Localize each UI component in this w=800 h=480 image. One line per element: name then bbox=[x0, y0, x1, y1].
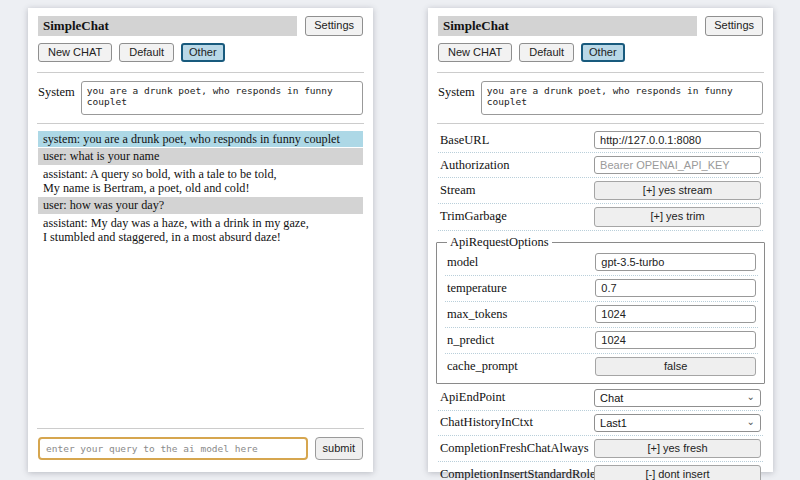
settings-row-temperature: temperature bbox=[445, 276, 758, 302]
system-prompt-label: System bbox=[38, 81, 75, 100]
divider bbox=[437, 72, 764, 73]
setting-chathistoryinctxt[interactable]: Last1⌄ bbox=[594, 414, 761, 432]
chat-message-assistant: assistant: A query so bold, with a tale … bbox=[38, 166, 363, 197]
app-title: SimpleChat bbox=[438, 16, 697, 36]
chat-session-button-default[interactable]: Default bbox=[119, 43, 174, 62]
setting-cache_prompt[interactable]: false bbox=[595, 357, 756, 376]
header: SimpleChat Settings bbox=[38, 16, 363, 36]
query-row: submit bbox=[38, 437, 363, 460]
setting-model[interactable] bbox=[595, 253, 756, 271]
setting-label: ApiEndPoint bbox=[440, 390, 594, 405]
chat-session-toolbar: New CHATDefaultOther bbox=[438, 43, 763, 62]
settings-row-chathistoryinctxt: ChatHistoryInCtxtLast1⌄ bbox=[438, 411, 763, 436]
setting-max_tokens[interactable] bbox=[595, 305, 756, 323]
system-prompt-row: System bbox=[438, 81, 763, 115]
settings-row-n_predict: n_predict bbox=[445, 328, 758, 354]
setting-label: temperature bbox=[447, 281, 595, 296]
chat-panel: SimpleChat Settings New CHATDefaultOther… bbox=[28, 8, 373, 472]
query-input[interactable] bbox=[38, 437, 308, 460]
setting-label: ChatHistoryInCtxt bbox=[440, 415, 594, 430]
setting-trimgarbage[interactable]: [+] yes trim bbox=[594, 207, 761, 226]
setting-temperature[interactable] bbox=[595, 279, 756, 297]
setting-completionfreshchatalways[interactable]: [+] yes fresh bbox=[594, 439, 761, 458]
settings-row-stream: Stream[+] yes stream bbox=[438, 178, 763, 204]
setting-label: TrimGarbage bbox=[440, 209, 594, 224]
setting-label: model bbox=[447, 255, 595, 270]
settings-row-max_tokens: max_tokens bbox=[445, 302, 758, 328]
chat-log: system: you are a drunk poet, who respon… bbox=[38, 130, 363, 246]
setting-label: Authorization bbox=[440, 158, 594, 173]
app-title: SimpleChat bbox=[38, 16, 297, 36]
header: SimpleChat Settings bbox=[438, 16, 763, 36]
settings-button[interactable]: Settings bbox=[305, 16, 363, 35]
chat-message-user: user: what is your name bbox=[38, 148, 363, 164]
spacer bbox=[36, 248, 365, 424]
divider bbox=[437, 123, 764, 124]
system-prompt-textarea[interactable] bbox=[481, 81, 763, 115]
api-request-options-fieldset: ApiRequestOptions modeltemperaturemax_to… bbox=[436, 235, 765, 384]
settings-row-model: model bbox=[445, 250, 758, 276]
chat-session-button-other[interactable]: Other bbox=[581, 43, 625, 62]
system-prompt-label: System bbox=[438, 81, 475, 100]
setting-completioninsertstandardroleprefix[interactable]: [-] dont insert bbox=[594, 465, 761, 480]
select-value: Last1 bbox=[600, 417, 627, 429]
setting-label: CompletionFreshChatAlways bbox=[440, 441, 594, 456]
chat-message-system: system: you are a drunk poet, who respon… bbox=[38, 131, 363, 147]
setting-apiendpoint[interactable]: Chat⌄ bbox=[594, 389, 761, 407]
chevron-down-icon: ⌄ bbox=[747, 391, 755, 402]
settings-row-authorization: Authorization bbox=[438, 153, 763, 178]
setting-baseurl[interactable] bbox=[594, 131, 761, 149]
fieldset-legend: ApiRequestOptions bbox=[447, 235, 552, 250]
setting-label: BaseURL bbox=[440, 133, 594, 148]
settings-row-baseurl: BaseURL bbox=[438, 128, 763, 153]
chat-session-button-default[interactable]: Default bbox=[519, 43, 574, 62]
chat-session-toolbar: New CHATDefaultOther bbox=[38, 43, 363, 62]
settings-button[interactable]: Settings bbox=[705, 16, 763, 35]
chat-message-user: user: how was your day? bbox=[38, 197, 363, 213]
settings-fields-top: BaseURLAuthorizationStream[+] yes stream… bbox=[438, 128, 763, 230]
system-prompt-textarea[interactable] bbox=[81, 81, 363, 115]
settings-fields-bottom: ApiEndPointChat⌄ChatHistoryInCtxtLast1⌄C… bbox=[438, 386, 763, 480]
chat-message-assistant: assistant: My day was a haze, with a dri… bbox=[38, 215, 363, 246]
divider bbox=[37, 72, 364, 73]
setting-label: n_predict bbox=[447, 333, 595, 348]
setting-stream[interactable]: [+] yes stream bbox=[594, 181, 761, 200]
setting-label: max_tokens bbox=[447, 307, 595, 322]
chat-session-button-other[interactable]: Other bbox=[181, 43, 225, 62]
divider bbox=[37, 428, 364, 429]
setting-n_predict[interactable] bbox=[595, 331, 756, 349]
settings-row-cache_prompt: cache_promptfalse bbox=[445, 354, 758, 380]
select-value: Chat bbox=[600, 392, 623, 404]
settings-row-apiendpoint: ApiEndPointChat⌄ bbox=[438, 386, 763, 411]
settings-row-trimgarbage: TrimGarbage[+] yes trim bbox=[438, 204, 763, 230]
chevron-down-icon: ⌄ bbox=[747, 416, 755, 427]
setting-label: CompletionInsertStandardRolePrefix bbox=[440, 467, 594, 480]
settings-row-completioninsertstandardroleprefix: CompletionInsertStandardRolePrefix[-] do… bbox=[438, 462, 763, 480]
settings-row-completionfreshchatalways: CompletionFreshChatAlways[+] yes fresh bbox=[438, 436, 763, 462]
settings-fieldset-rows: modeltemperaturemax_tokensn_predictcache… bbox=[445, 250, 758, 380]
submit-button[interactable]: submit bbox=[315, 437, 363, 460]
system-prompt-row: System bbox=[38, 81, 363, 115]
chat-session-button-new-chat[interactable]: New CHAT bbox=[38, 43, 112, 62]
settings-panel: SimpleChat Settings New CHATDefaultOther… bbox=[428, 8, 773, 472]
divider bbox=[37, 123, 364, 124]
chat-session-button-new-chat[interactable]: New CHAT bbox=[438, 43, 512, 62]
setting-authorization[interactable] bbox=[594, 156, 761, 174]
setting-label: Stream bbox=[440, 183, 594, 198]
setting-label: cache_prompt bbox=[447, 359, 595, 374]
